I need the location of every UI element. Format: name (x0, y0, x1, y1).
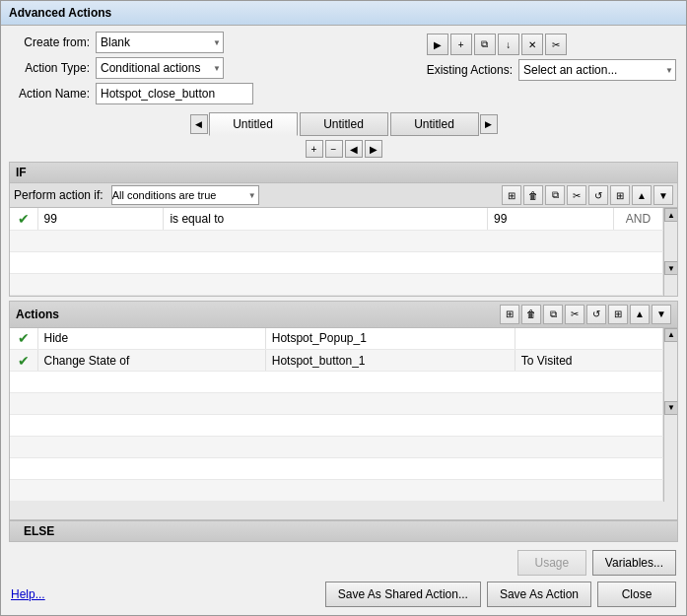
bottom-area: Usage Variables... Help... Save As Share… (1, 542, 686, 615)
condition-row-empty-2 (10, 251, 663, 273)
create-from-select[interactable]: Blank (96, 32, 224, 53)
if-refresh-button[interactable]: ↺ (588, 185, 608, 205)
tab-add-button[interactable]: + (306, 140, 323, 158)
bottom-row1: Usage Variables... (11, 550, 676, 576)
action-extra-1: To Visited (515, 350, 662, 372)
action-target-0: Hotspot_Popup_1 (265, 328, 515, 350)
if-table-wrapper: ✔ 99 is equal to 99 AND (10, 208, 677, 296)
delete-top-button[interactable]: ✕ (521, 34, 543, 55)
action-extra-0 (515, 328, 662, 350)
actions-table-scroll: ✔ Hide Hotspot_Popup_1 ✔ Change State of… (10, 328, 663, 503)
if-add-button[interactable]: ⊞ (502, 185, 521, 205)
perform-select[interactable]: All conditions are true (111, 185, 259, 205)
actions-refresh-button[interactable]: ↺ (586, 305, 606, 324)
if-down-button[interactable]: ▼ (653, 185, 673, 205)
usage-button: Usage (517, 550, 586, 576)
advanced-actions-dialog: Advanced Actions Create from: Blank ▼ Ac… (0, 0, 687, 616)
if-table: ✔ 99 is equal to 99 AND (10, 208, 663, 296)
help-link[interactable]: Help... (11, 587, 45, 601)
action-type-label: Action Type: (11, 61, 90, 75)
tab-remove-button[interactable]: − (325, 140, 343, 158)
save-as-action-button[interactable]: Save As Action (487, 582, 591, 607)
create-from-wrapper: Blank ▼ (96, 32, 224, 53)
tabs-row: ◀ Untitled Untitled Untitled ▶ (1, 108, 686, 140)
if-scroll-up[interactable]: ▲ (664, 208, 677, 222)
variables-button[interactable]: Variables... (592, 550, 676, 576)
if-cut-button[interactable]: ✂ (567, 185, 586, 205)
action-row-0: ✔ Hide Hotspot_Popup_1 (10, 328, 663, 350)
actions-copy-button[interactable]: ⧉ (543, 305, 563, 324)
header-left: Create from: Blank ▼ Action Type: Condit… (11, 32, 253, 104)
actions-scroll-down[interactable]: ▼ (664, 401, 677, 415)
actions-header: Actions ⊞ 🗑 ⧉ ✂ ↺ ⊞ ▲ ▼ (10, 302, 677, 328)
condition-val1-0: 99 (37, 208, 164, 230)
header-right: ▶ + ⧉ ↓ ✕ ✂ Existing Actions: Select an … (427, 32, 676, 104)
if-label: IF (16, 166, 27, 179)
perform-select-wrapper: All conditions are true ▼ (111, 185, 259, 205)
if-copy-button[interactable]: ⧉ (545, 185, 565, 205)
actions-down-button[interactable]: ▼ (652, 305, 671, 324)
if-scrollbar[interactable]: ▲ ▼ (663, 208, 677, 296)
action-name-label: Action Name: (11, 87, 90, 101)
action-row-empty-7 (10, 480, 663, 502)
action-enabled-1: ✔ (10, 350, 37, 372)
action-name-input[interactable] (96, 83, 253, 104)
tab-0[interactable]: Untitled (209, 112, 298, 136)
action-row-1: ✔ Change State of Hotspot_button_1 To Vi… (10, 350, 663, 372)
actions-grid-button[interactable]: ⊞ (608, 305, 628, 324)
existing-actions-select[interactable]: Select an action... (518, 59, 676, 81)
if-up-button[interactable]: ▲ (632, 185, 652, 205)
tab-2[interactable]: Untitled (390, 112, 479, 136)
action-row-empty-5 (10, 437, 663, 458)
existing-actions-label: Existing Actions: (427, 63, 513, 77)
else-bar: ELSE (9, 520, 678, 542)
save-as-shared-button[interactable]: Save As Shared Action... (325, 582, 481, 607)
close-button[interactable]: Close (597, 582, 676, 607)
action-row-empty-3 (10, 393, 663, 415)
create-from-row: Create from: Blank ▼ (11, 32, 253, 53)
tab-prev-button[interactable]: ◀ (345, 140, 363, 158)
if-grid-button[interactable]: ⊞ (610, 185, 630, 205)
copy-icon-button[interactable]: ⧉ (474, 34, 496, 55)
top-icon-bar: ▶ + ⧉ ↓ ✕ ✂ (427, 34, 676, 55)
existing-actions-row: Existing Actions: Select an action... ▼ (427, 59, 676, 81)
play-button[interactable]: ▶ (427, 34, 448, 55)
import-icon-button[interactable]: ↓ (498, 34, 519, 55)
if-table-scroll: ✔ 99 is equal to 99 AND (10, 208, 663, 296)
action-name-row: Action Name: (11, 83, 253, 104)
actions-label: Actions (16, 308, 59, 321)
actions-add-button[interactable]: ⊞ (500, 305, 519, 324)
actions-cut-button[interactable]: ✂ (565, 305, 584, 324)
actions-delete-button[interactable]: 🗑 (521, 305, 541, 324)
perform-label: Perform action if: (14, 188, 103, 202)
actions-table-wrapper: ✔ Hide Hotspot_Popup_1 ✔ Change State of… (10, 328, 677, 503)
actions-section: Actions ⊞ 🗑 ⧉ ✂ ↺ ⊞ ▲ ▼ (9, 301, 678, 521)
condition-row-0: ✔ 99 is equal to 99 AND (10, 208, 663, 230)
action-row-empty-4 (10, 415, 663, 437)
action-type-select[interactable]: Conditional actions (96, 57, 224, 79)
action-row-empty-6 (10, 458, 663, 480)
action-target-1: Hotspot_button_1 (265, 350, 515, 372)
actions-scrollbar[interactable]: ▲ ▼ (663, 328, 677, 503)
tab-right-nav[interactable]: ▶ (480, 114, 498, 134)
condition-logic-0: AND (614, 208, 663, 230)
condition-enabled-0: ✔ (10, 208, 37, 230)
if-delete-button[interactable]: 🗑 (523, 185, 543, 205)
else-label: ELSE (24, 524, 54, 538)
actions-toolbar-icons: ⊞ 🗑 ⧉ ✂ ↺ ⊞ ▲ ▼ (500, 305, 671, 324)
title-bar: Advanced Actions (1, 1, 686, 26)
action-type-row: Action Type: Conditional actions ▼ (11, 57, 253, 79)
scissors-button[interactable]: ✂ (545, 34, 567, 55)
tab-1[interactable]: Untitled (300, 112, 388, 136)
header-area: Create from: Blank ▼ Action Type: Condit… (1, 26, 686, 104)
actions-up-button[interactable]: ▲ (630, 305, 650, 324)
tab-next-button[interactable]: ▶ (365, 140, 382, 158)
if-section: IF Perform action if: All conditions are… (9, 162, 678, 297)
add-icon-button[interactable]: + (450, 34, 472, 55)
actions-scroll-up[interactable]: ▲ (664, 328, 677, 342)
tab-controls-row: + − ◀ ▶ (1, 140, 686, 158)
tab-left-nav[interactable]: ◀ (190, 114, 208, 134)
if-scroll-down[interactable]: ▼ (664, 261, 677, 275)
condition-val2-0: 99 (488, 208, 614, 230)
action-type-wrapper: Conditional actions ▼ (96, 57, 224, 79)
